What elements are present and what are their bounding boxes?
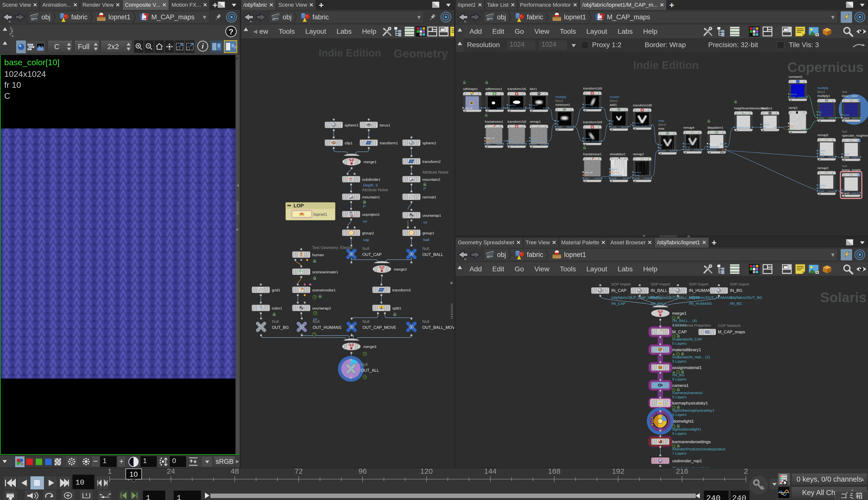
svg-text:constant: constant [797,96,806,99]
svg-text:source: source [819,184,825,186]
svg-text:tiles: tiles [720,143,724,145]
svg-text:source: source [531,104,538,106]
svg-text:stamp0: stamp0 [709,149,717,151]
svg-text:mountain1: mountain1 [362,195,380,199]
svg-text:mask: mask [585,140,590,143]
svg-text:mask: mask [790,96,796,99]
svg-text:Null: Null [362,247,369,251]
svg-text:sceneinvoke1: sceneinvoke1 [312,288,336,292]
svg-text:216: 216 [676,468,688,475]
svg-text:Blend: Blend [610,99,617,103]
svg-text:/IN_CAP: /IN_CAP [611,302,625,306]
svg-text:source: source [585,137,591,140]
svg-text:ramp1: ramp1 [789,106,798,110]
svg-text:transform2: transform2 [422,159,441,164]
svg-text:pos: pos [585,174,588,177]
svg-text:Null: Null [313,319,319,323]
svg-text:10: 10 [76,478,84,487]
svg-text:1: 1 [108,468,112,475]
svg-text:sdfshape1: sdfshape1 [463,87,478,91]
svg-text:/IN_HUMANS: /IN_HUMANS [689,302,712,306]
svg-text:transform3: transform3 [392,288,411,292]
svg-text:M_CAP_maps: M_CAP_maps [718,330,745,334]
svg-text:blur: blur [623,177,627,180]
svg-text:/Render/Products/renderproduct: /Render/Products/renderproduct [672,447,725,451]
svg-text:72: 72 [295,468,303,475]
svg-text:tilepattern1: tilepattern1 [708,126,723,129]
svg-text:color1: color1 [272,306,282,310]
svg-text:source: source [762,123,769,126]
svg-text:Attribute Noise: Attribute Noise [362,188,388,192]
svg-text:sphere1: sphere1 [345,123,359,127]
svg-text:transform2d3: transform2d3 [583,87,602,90]
svg-text:5 Layers: 5 Layers [672,431,687,435]
svg-text:/lights/domelight1: /lights/domelight1 [672,427,701,431]
svg-text:merge2: merge2 [394,267,407,271]
svg-text:clip1: clip1 [345,141,353,145]
svg-text:transform: transform [641,125,650,127]
svg-text:input2: input2 [843,117,850,119]
svg-text:blur: blur [543,107,546,109]
svg-text:lopnet1: lopnet1 [313,212,327,217]
svg-text:mask: mask [634,125,640,127]
svg-text:merge3: merge3 [363,344,376,349]
svg-text:input1: input1 [843,189,850,192]
svg-text:144: 144 [484,468,497,475]
svg-text:screen: screen [610,95,619,99]
svg-text:source: source [611,168,618,171]
svg-text:usdrender_rop1: usdrender_rop1 [672,458,702,463]
svg-text:output1: output1 [852,117,859,119]
svg-text:source: source [531,137,538,139]
svg-text:SOP Import: SOP Import [611,282,631,286]
svg-text:mask: mask [611,126,617,128]
svg-text:blend: blend [567,126,572,128]
svg-text:Null: Null [842,130,847,134]
svg-text:karmarendersettings: karmarendersettings [672,440,711,444]
svg-text:OUT_HUMANS: OUT_HUMANS [313,325,341,330]
svg-text:input2: input2 [843,156,850,159]
svg-text:24: 24 [167,468,175,475]
svg-text:time: time [486,143,491,145]
svg-text:bg: bg [660,144,662,146]
svg-text:transform2d2: transform2d2 [507,120,527,124]
svg-text:input1: input1 [843,114,850,116]
svg-text:ramp: ramp [800,128,805,131]
svg-text:Test Geometry: Electra: Test Geometry: Electra [312,246,353,250]
svg-text:ramp: ramp [819,187,824,190]
svg-text:/IN_BG: /IN_BG [672,373,684,377]
svg-text:base_color: base_color [842,94,858,98]
svg-text:Null: Null [842,90,847,94]
svg-text:pointmask: pointmask [709,146,719,148]
svg-text:OUT_CAP: OUT_CAP [362,252,382,257]
svg-text:48: 48 [231,468,239,475]
svg-text:source: source [634,171,641,174]
svg-text:source: source [634,122,641,124]
svg-text:240: 240 [732,494,746,500]
svg-text:source: source [790,93,797,95]
svg-text:/obj/fabric/OUT_HUMANS: /obj/fabric/OUT_HUMANS [689,295,732,299]
svg-text:output1: output1 [852,156,859,159]
svg-text:fractalnoise1: fractalnoise1 [485,120,503,124]
svg-text:mask: mask [819,156,824,158]
svg-text:IN_BALL: IN_BALL [651,288,667,293]
svg-text:mask: mask [819,190,824,192]
svg-text:sceneanimate1: sceneanimate1 [312,270,338,274]
svg-text:streakblur1: streakblur1 [610,152,625,156]
svg-text:blend: blend [670,150,675,152]
svg-text:mountain2: mountain2 [422,177,440,182]
svg-text:Blend: Blend [658,123,666,126]
svg-text:blur: blur [774,126,778,129]
svg-text:merge1: merge1 [363,160,377,164]
svg-text:max: max [658,119,665,123]
svg-text:input2: input2 [843,192,850,194]
svg-text:uvunwrap1: uvunwrap1 [422,213,441,217]
svg-text:human: human [312,253,324,257]
svg-text:P: P [363,204,365,208]
svg-text:occlusion: occlusion [742,126,751,129]
svg-text:2: 2 [744,468,748,475]
svg-text:remap4: remap4 [684,126,694,129]
svg-text:5 Layers: 5 Layers [672,377,687,381]
svg-text:blur1: blur1 [530,87,537,91]
svg-text:Null: Null [842,164,847,168]
svg-text:transform: transform [515,143,524,145]
